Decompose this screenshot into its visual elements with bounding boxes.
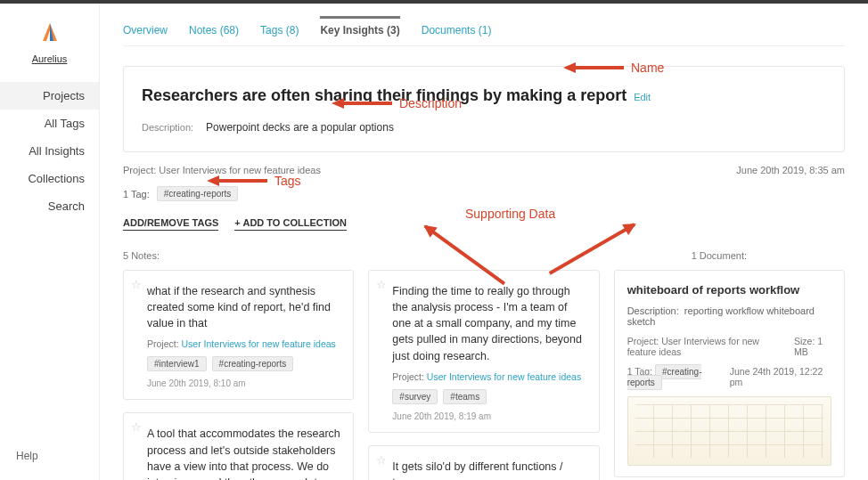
- project-tabs: Overview Notes (68) Tags (8) Key Insight…: [123, 16, 845, 46]
- document-timestamp: June 24th 2019, 12:22 pm: [730, 366, 831, 387]
- project-meta: Project: User Interviews for new feature…: [123, 165, 321, 175]
- star-icon[interactable]: ☆: [131, 278, 142, 291]
- insight-header-card: Researchers are often sharing their find…: [123, 66, 845, 152]
- note-card[interactable]: ☆ A tool that accommodates the research …: [123, 412, 354, 480]
- star-icon[interactable]: ☆: [376, 453, 387, 467]
- notes-count: 5 Notes:: [123, 250, 160, 261]
- insight-title: Researchers are often sharing their find…: [142, 86, 626, 105]
- insight-timestamp: June 20th 2019, 8:35 am: [736, 165, 845, 175]
- documents-count: 1 Document:: [692, 250, 747, 261]
- note-timestamp: June 20th 2019, 8:10 am: [147, 378, 340, 388]
- tag-chip[interactable]: #creating-reports: [157, 186, 239, 201]
- help-link[interactable]: Help: [0, 450, 38, 462]
- nav-collections[interactable]: Collections: [0, 165, 99, 192]
- app-logo-icon: [41, 21, 59, 43]
- nav-all-tags[interactable]: All Tags: [0, 110, 99, 137]
- note-card[interactable]: ☆ what if the research and synthesis cre…: [123, 270, 354, 400]
- tag-chip[interactable]: #teams: [443, 389, 487, 404]
- note-text: what if the research and synthesis creat…: [147, 283, 340, 331]
- sidebar: Aurelius Projects All Tags All Insights …: [0, 4, 100, 480]
- add-to-collection-button[interactable]: + ADD TO COLLECTION: [234, 217, 347, 231]
- primary-nav: Projects All Tags All Insights Collectio…: [0, 82, 99, 220]
- brand-name[interactable]: Aurelius: [32, 53, 68, 64]
- insight-description: Powerpoint decks are a popular options: [206, 121, 394, 134]
- note-text: A tool that accommodates the research pr…: [147, 426, 340, 480]
- document-title: whiteboard of reports workflow: [627, 283, 831, 297]
- tag-count-label: 1 Tag:: [123, 189, 150, 199]
- tag-chip[interactable]: #creating-reports: [212, 356, 294, 371]
- add-remove-tags-button[interactable]: ADD/REMOVE TAGS: [123, 217, 218, 231]
- star-icon[interactable]: ☆: [131, 420, 142, 434]
- main-content: Overview Notes (68) Tags (8) Key Insight…: [100, 4, 868, 480]
- note-card[interactable]: ☆ It gets silo'd by different functions …: [368, 445, 599, 480]
- nav-all-insights[interactable]: All Insights: [0, 137, 99, 165]
- tab-notes[interactable]: Notes (68): [189, 16, 239, 45]
- note-project: Project: User Interviews for new feature…: [147, 338, 340, 349]
- note-text: It gets silo'd by different functions / …: [392, 459, 585, 480]
- star-icon[interactable]: ☆: [376, 278, 387, 291]
- document-thumbnail[interactable]: [627, 396, 831, 466]
- insight-tags-row: 1 Tag: #creating-reports: [123, 186, 845, 201]
- tag-chip[interactable]: #survey: [392, 389, 438, 404]
- tab-tags[interactable]: Tags (8): [260, 16, 299, 45]
- description-label: Description:: [142, 122, 193, 133]
- edit-link[interactable]: Edit: [634, 92, 651, 102]
- tab-key-insights[interactable]: Key Insights (3): [320, 16, 399, 45]
- note-card[interactable]: ☆ Finding the time to really go through …: [368, 270, 599, 433]
- document-card[interactable]: whiteboard of reports workflow Descripti…: [614, 270, 845, 477]
- supporting-data-columns: ☆ what if the research and synthesis cre…: [123, 270, 845, 480]
- nav-projects[interactable]: Projects: [0, 82, 99, 110]
- nav-search[interactable]: Search: [0, 192, 99, 220]
- tag-chip[interactable]: #interview1: [147, 356, 207, 371]
- note-timestamp: June 20th 2019, 8:19 am: [392, 411, 585, 421]
- note-project: Project: User Interviews for new feature…: [392, 371, 585, 382]
- tab-documents[interactable]: Documents (1): [422, 16, 492, 45]
- note-text: Finding the time to really go through th…: [392, 283, 585, 364]
- tab-overview[interactable]: Overview: [123, 16, 168, 45]
